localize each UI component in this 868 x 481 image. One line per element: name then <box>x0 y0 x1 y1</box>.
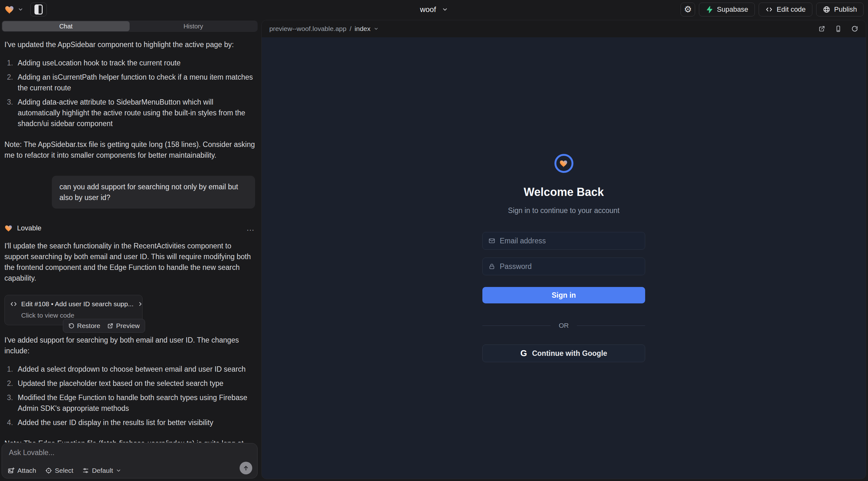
assistant-message-text: I'll update the search functionality in … <box>4 241 255 284</box>
arrow-up-icon <box>243 464 249 472</box>
preview-url-page: index <box>355 25 370 33</box>
globe-icon <box>823 6 830 13</box>
gear-icon: ⚙ <box>684 5 692 14</box>
password-field-wrapper <box>483 258 645 275</box>
code-icon <box>10 300 18 308</box>
open-in-new-tab-button[interactable] <box>818 25 825 32</box>
assistant-name: Lovable <box>17 224 41 232</box>
edit-card-actions: Restore Preview <box>63 319 145 333</box>
select-label: Select <box>55 467 73 474</box>
supabase-bolt-icon <box>706 6 713 13</box>
attach-image-icon <box>8 467 14 474</box>
list-item: Adding useLocation hook to track the cur… <box>4 58 255 68</box>
assistant-message-text: I've updated the AppSidebar component to… <box>4 39 255 50</box>
edit-card-subtitle: Click to view code <box>21 312 137 319</box>
chevron-down-icon <box>18 7 23 12</box>
more-options-icon[interactable]: … <box>246 223 255 233</box>
supabase-button[interactable]: Supabase <box>699 3 755 17</box>
chat-input[interactable] <box>9 448 235 461</box>
page-title: Welcome Back <box>524 186 604 199</box>
list-item: Modified the Edge Function to handle bot… <box>4 392 255 414</box>
chevron-down-icon <box>442 6 448 13</box>
external-link-icon <box>107 323 114 329</box>
preview-panel: preview--woof.lovable.app / index <box>261 20 866 479</box>
topbar-actions: ⚙ Supabase Edit code Publish <box>681 3 864 17</box>
divider-label: OR <box>559 322 569 329</box>
chat-history-tabs: Chat History <box>2 21 258 32</box>
list-item: Adding an isCurrentPath helper function … <box>4 72 255 93</box>
edit-code-label: Edit code <box>777 5 806 13</box>
attach-button[interactable]: Attach <box>8 467 36 474</box>
mode-selector[interactable]: Default <box>82 467 122 474</box>
top-bar: woof ⚙ Supabase Edit code Publish <box>0 0 868 19</box>
chevron-right-icon <box>137 301 144 307</box>
edit-code-button[interactable]: Edit code <box>758 3 812 17</box>
numbered-list: Added a select dropdown to choose betwee… <box>4 364 255 428</box>
mobile-view-button[interactable] <box>835 25 842 32</box>
app-logo <box>554 154 574 173</box>
user-message-bubble: can you add support for searching not on… <box>52 176 255 209</box>
mail-icon <box>488 237 495 244</box>
preview-header: preview--woof.lovable.app / index <box>262 20 866 37</box>
preview-app-content: Welcome Back Sign in to continue to your… <box>262 37 866 479</box>
tab-history[interactable]: History <box>130 21 257 31</box>
lock-icon <box>488 263 495 270</box>
numbered-list: Adding useLocation hook to track the cur… <box>4 58 255 129</box>
preview-url-selector[interactable]: preview--woof.lovable.app / index <box>269 25 379 33</box>
preview-header-actions <box>818 25 858 32</box>
project-switcher[interactable]: woof <box>420 5 448 14</box>
list-item: Updated the placeholder text based on th… <box>4 378 255 389</box>
tab-chat[interactable]: Chat <box>2 21 130 31</box>
toggle-sidebar-button[interactable] <box>30 3 47 17</box>
lovable-heart-icon <box>4 224 13 233</box>
project-name: woof <box>420 5 436 14</box>
code-icon <box>765 6 773 13</box>
chat-panel: Chat History I've updated the AppSidebar… <box>0 19 260 481</box>
target-icon <box>45 467 52 474</box>
divider-line <box>483 325 551 326</box>
list-item: Added the user ID display in the results… <box>4 417 255 428</box>
supabase-label: Supabase <box>717 5 748 13</box>
page-subtitle: Sign in to continue to your account <box>508 206 620 215</box>
email-field[interactable] <box>500 237 639 245</box>
google-g-icon: G <box>520 349 527 358</box>
settings-button[interactable]: ⚙ <box>681 3 695 17</box>
assistant-message-text: I've added support for searching by both… <box>4 335 255 356</box>
sliders-icon <box>82 467 89 474</box>
preview-label: Preview <box>116 322 140 330</box>
restore-icon <box>68 323 74 329</box>
continue-with-google-button[interactable]: G Continue with Google <box>483 345 645 362</box>
google-button-label: Continue with Google <box>532 349 607 358</box>
divider-line <box>577 325 645 326</box>
preview-button[interactable]: Preview <box>107 322 140 330</box>
select-element-button[interactable]: Select <box>45 467 73 474</box>
composer-toolbar: Attach Select Default <box>8 467 121 474</box>
edit-card-wrapper: Edit #108 • Add user ID search supp... C… <box>4 295 143 325</box>
assistant-note-text: Note: The AppSidebar.tsx file is getting… <box>4 139 255 161</box>
password-field[interactable] <box>500 262 639 271</box>
sidebar-panel-icon <box>34 4 43 14</box>
sign-in-button[interactable]: Sign in <box>483 287 645 303</box>
restore-button[interactable]: Restore <box>68 322 100 330</box>
send-button[interactable] <box>240 462 252 474</box>
chevron-down-icon <box>116 468 121 473</box>
publish-label: Publish <box>834 5 857 13</box>
email-field-wrapper <box>483 232 645 250</box>
list-item: Added a select dropdown to choose betwee… <box>4 364 255 375</box>
list-item: Adding data-active attribute to SidebarM… <box>4 97 255 129</box>
assistant-header: Lovable … <box>4 223 255 233</box>
signin-form: Welcome Back Sign in to continue to your… <box>483 154 645 362</box>
mode-label: Default <box>92 467 113 474</box>
lovable-menu[interactable] <box>4 4 23 15</box>
chevron-down-icon <box>374 26 379 31</box>
assistant-note-text: Note: The Edge Function file (fetch-fire… <box>4 438 255 443</box>
refresh-button[interactable] <box>851 25 858 32</box>
preview-url-separator: / <box>350 25 351 33</box>
attach-label: Attach <box>18 467 36 474</box>
edit-card-title: Edit #108 • Add user ID search supp... <box>21 300 133 308</box>
lovable-heart-icon <box>4 4 15 15</box>
chat-composer: Attach Select Default <box>2 443 258 478</box>
publish-button[interactable]: Publish <box>816 3 864 17</box>
restore-label: Restore <box>77 322 100 330</box>
chat-message-list[interactable]: I've updated the AppSidebar component to… <box>0 33 260 443</box>
